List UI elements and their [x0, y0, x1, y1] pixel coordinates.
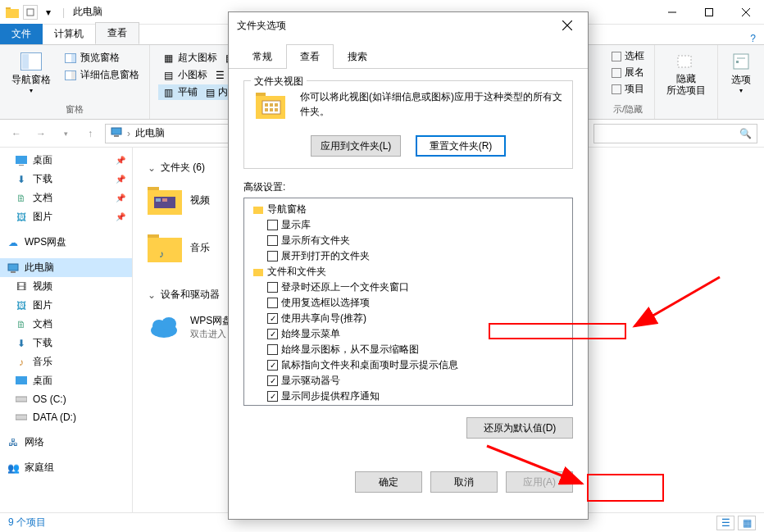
reset-folders-button[interactable]: 重置文件夹(R) [416, 135, 506, 157]
sidebar-item-documents[interactable]: 🗎文档📌 [0, 189, 132, 207]
dialog-close-button[interactable] [555, 16, 580, 35]
details-pane-button[interactable]: 详细信息窗格 [61, 67, 143, 83]
cancel-button[interactable]: 取消 [430, 471, 498, 493]
qat-dropdown-icon[interactable]: ▾ [41, 5, 56, 20]
tab-file[interactable]: 文件 [0, 24, 43, 44]
layout-tiles[interactable]: ▥平铺▤内 [158, 84, 231, 100]
document-icon: 🗎 [15, 192, 28, 205]
group-panes-label: 窗格 [66, 103, 84, 116]
checkbox-icon[interactable] [267, 329, 278, 339]
apply-to-folders-button[interactable]: 应用到文件夹(L) [311, 135, 401, 157]
tab-computer[interactable]: 计算机 [43, 24, 95, 44]
tab-view-dlg[interactable]: 查看 [286, 44, 334, 69]
checkbox-icon[interactable] [267, 391, 278, 402]
pin-icon: 📌 [116, 193, 125, 202]
group-showhide-label: 示/隐藏 [613, 103, 643, 116]
checkbox-icon[interactable] [267, 235, 278, 246]
checkbox-icon[interactable] [267, 360, 278, 371]
details-view-button[interactable]: ☰ [716, 516, 734, 530]
apply-button[interactable]: 应用(A) [506, 471, 573, 493]
advanced-settings-tree[interactable]: 导航窗格 显示库 显示所有文件夹 展开到打开的文件夹 文件和文件夹 登录时还原上… [243, 198, 573, 406]
svg-rect-50 [265, 103, 268, 107]
svg-rect-13 [678, 56, 691, 67]
cloud-drive-icon [148, 310, 182, 344]
sidebar-item-videos[interactable]: 🎞视频 [0, 277, 132, 296]
hide-selected-button[interactable]: 隐藏 所选项目 [662, 48, 711, 98]
tree-restore-prev[interactable]: 登录时还原上一个文件夹窗口 [246, 280, 571, 295]
checkbox-icon[interactable] [267, 298, 278, 308]
restore-defaults-button[interactable]: 还原为默认值(D) [466, 417, 573, 439]
sidebar-item-desktop[interactable]: 桌面📌 [0, 151, 132, 170]
close-button[interactable] [727, 0, 764, 25]
tree-expand-open[interactable]: 展开到打开的文件夹 [246, 248, 571, 264]
tab-search[interactable]: 搜索 [334, 44, 381, 69]
tab-view[interactable]: 查看 [95, 22, 139, 44]
folder-views-icon [254, 89, 290, 125]
options-button[interactable]: 选项 ▾ [725, 48, 757, 96]
qat-properties-icon[interactable] [23, 5, 38, 20]
tree-mouse-hover[interactable]: 鼠标指向文件夹和桌面项时显示提示信息 [246, 357, 571, 373]
back-button[interactable]: ← [7, 124, 26, 143]
tree-always-icons[interactable]: 始终显示图标，从不显示缩略图 [246, 342, 571, 357]
video-folder-icon [148, 183, 182, 217]
icons-view-button[interactable]: ▦ [738, 516, 756, 530]
sidebar-item-downloads2[interactable]: ⬇下载 [0, 334, 132, 352]
maximize-button[interactable] [690, 0, 727, 25]
sidebar-item-music[interactable]: ♪音乐 [0, 352, 132, 371]
tree-drive-letter[interactable]: 显示驱动器号 [246, 373, 571, 389]
sidebar-item-downloads[interactable]: ⬇下载📌 [0, 170, 132, 189]
ok-button[interactable]: 确定 [355, 471, 422, 493]
pc-icon [7, 261, 20, 275]
chevron-down-icon: ⌄ [148, 289, 156, 301]
tree-show-all[interactable]: 显示所有文件夹 [246, 233, 571, 248]
sidebar-item-thispc[interactable]: 此电脑 [0, 258, 132, 277]
sidebar-item-pictures[interactable]: 🖼图片📌 [0, 207, 132, 226]
tree-files-folders[interactable]: 文件和文件夹 [246, 264, 571, 280]
forward-button[interactable]: → [31, 124, 51, 143]
sidebar-item-documents2[interactable]: 🗎文档 [0, 315, 132, 334]
checkbox-icon[interactable] [267, 251, 278, 261]
up-button[interactable]: ↑ [80, 124, 100, 143]
item-checkboxes-toggle[interactable]: 选框 [608, 48, 648, 64]
preview-pane-button[interactable]: 预览窗格 [61, 50, 143, 66]
video-icon: 🎞 [15, 280, 28, 293]
svg-rect-16 [736, 61, 739, 63]
svg-rect-18 [114, 135, 119, 137]
search-input[interactable]: 🔍 [593, 124, 757, 143]
dialog-tabs: 常规 查看 搜索 [229, 43, 588, 69]
svg-rect-56 [253, 207, 263, 214]
help-icon[interactable]: ? [742, 33, 764, 44]
item-count: 9 个项目 [8, 516, 46, 530]
sidebar-item-wps[interactable]: ☁WPS网盘 [0, 233, 132, 252]
checkbox-icon[interactable] [267, 344, 278, 355]
svg-rect-49 [262, 101, 280, 114]
svg-rect-20 [19, 165, 24, 166]
sidebar-item-osc[interactable]: OS (C:) [0, 390, 132, 408]
checkbox-icon[interactable] [267, 220, 278, 230]
tab-general[interactable]: 常规 [239, 44, 286, 69]
hidden-items-toggle[interactable]: 项目 [608, 81, 648, 97]
file-ext-toggle[interactable]: 展名 [608, 65, 648, 80]
sidebar-item-desktop2[interactable]: 桌面 [0, 371, 132, 390]
nav-pane-button[interactable]: 导航窗格 ▾ [7, 48, 56, 96]
svg-rect-21 [8, 264, 18, 271]
recent-dropdown[interactable]: ▾ [56, 124, 75, 143]
sidebar-item-pictures2[interactable]: 🖼图片 [0, 296, 132, 315]
tree-nav-pane[interactable]: 导航窗格 [246, 202, 571, 217]
tree-show-lib[interactable]: 显示库 [246, 217, 571, 233]
tree-use-checkboxes[interactable]: 使用复选框以选择项 [246, 295, 571, 311]
tree-sync-provider[interactable]: 显示同步提供程序通知 [246, 389, 571, 404]
sidebar-item-datad[interactable]: DATA (D:) [0, 408, 132, 426]
svg-rect-19 [16, 156, 27, 164]
sidebar-item-network[interactable]: 🖧网络 [0, 433, 132, 452]
minimize-button[interactable] [653, 0, 690, 25]
checkbox-icon[interactable] [267, 282, 278, 293]
folder-icon [252, 204, 264, 216]
music-folder-icon: ♪ [148, 230, 182, 265]
checkbox-icon[interactable] [267, 375, 278, 386]
checkbox-icon[interactable] [267, 313, 278, 324]
sidebar-item-homegroup[interactable]: 👥家庭组 [0, 458, 132, 477]
pin-icon: 📌 [116, 156, 125, 165]
svg-rect-54 [270, 108, 273, 111]
pin-icon: 📌 [116, 212, 125, 221]
